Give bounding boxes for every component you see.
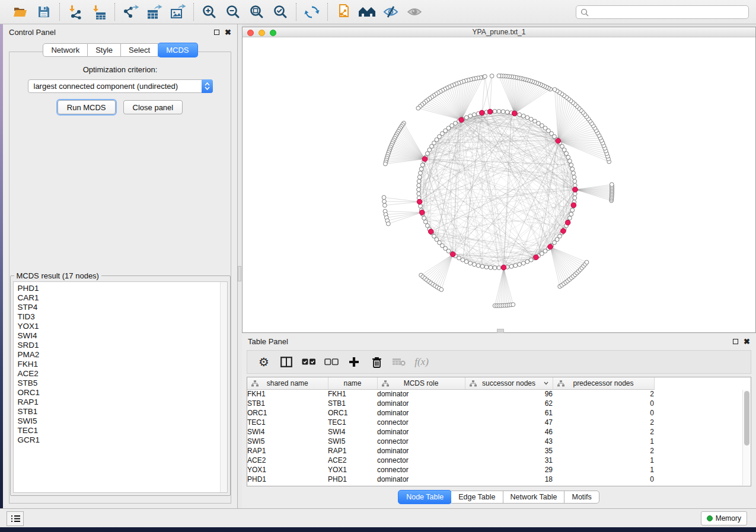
mcds-hub-node[interactable]: [548, 244, 553, 249]
cell-mcds_role[interactable]: dominator: [377, 408, 465, 418]
network-window-titlebar[interactable]: YPA_prune.txt_1: [243, 27, 755, 37]
export-network-button[interactable]: [120, 2, 141, 21]
close-panel-icon[interactable]: ✖: [225, 30, 231, 35]
mcds-result-item[interactable]: RAP1: [14, 398, 227, 407]
cell-successor_nodes[interactable]: 35: [465, 446, 553, 456]
cell-shared_name[interactable]: TEC1: [247, 418, 328, 427]
table-row[interactable]: SWI4SWI4dominator462: [247, 427, 654, 437]
tab-node-table[interactable]: Node Table: [398, 490, 452, 504]
tab-mcds[interactable]: MCDS: [158, 43, 197, 57]
cell-name[interactable]: SWI5: [328, 437, 377, 446]
cell-successor_nodes[interactable]: 29: [465, 465, 553, 475]
mcds-result-item[interactable]: PMA2: [14, 350, 227, 360]
cell-shared_name[interactable]: SWI5: [247, 437, 328, 446]
graph-node[interactable]: [489, 265, 493, 270]
graph-node[interactable]: [518, 113, 522, 117]
graph-leaf-node[interactable]: [387, 222, 391, 226]
cell-successor_nodes[interactable]: 47: [465, 418, 553, 427]
first-neighbors-button[interactable]: [357, 2, 377, 21]
zoom-fit-button[interactable]: [247, 2, 267, 21]
import-network-button[interactable]: [65, 2, 85, 21]
clone-network-button[interactable]: [333, 2, 353, 21]
graph-node[interactable]: [476, 264, 480, 268]
zoom-in-button[interactable]: [199, 2, 219, 21]
table-row[interactable]: STB1STB1dominator620: [247, 399, 654, 408]
tab-network[interactable]: Network: [43, 43, 88, 57]
cell-predecessor_nodes[interactable]: 2: [553, 418, 654, 427]
vertical-splitter[interactable]: [238, 24, 242, 508]
cell-predecessor_nodes[interactable]: 0: [553, 475, 654, 484]
cell-shared_name[interactable]: ACE2: [247, 456, 328, 465]
mcds-hub-node[interactable]: [451, 252, 456, 257]
graph-node[interactable]: [568, 159, 572, 164]
close-panel-icon[interactable]: ✖: [744, 339, 750, 344]
cell-predecessor_nodes[interactable]: 1: [553, 465, 654, 475]
graph-node[interactable]: [422, 216, 426, 220]
network-graph[interactable]: [243, 37, 755, 332]
column-header-MCDS-role[interactable]: MCDS role: [377, 377, 465, 389]
mcds-result-item[interactable]: SWI5: [14, 416, 227, 426]
show-columns-button[interactable]: [301, 354, 317, 370]
mcds-result-item[interactable]: ORC1: [14, 388, 227, 398]
graph-node[interactable]: [464, 259, 468, 264]
mcds-hub-node[interactable]: [561, 229, 566, 234]
cell-shared_name[interactable]: PHD1: [247, 475, 328, 484]
open-file-button[interactable]: [10, 2, 30, 21]
add-column-button[interactable]: [346, 354, 362, 370]
column-header-predecessor-nodes[interactable]: predecessor nodes: [553, 377, 654, 389]
graph-node[interactable]: [420, 163, 425, 167]
graph-node[interactable]: [468, 114, 473, 118]
mcds-result-item[interactable]: ACE2: [14, 369, 227, 379]
mcds-hub-node[interactable]: [417, 199, 422, 204]
cell-name[interactable]: RAP1: [328, 446, 377, 456]
cell-shared_name[interactable]: RAP1: [247, 446, 328, 456]
column-header-successor-nodes[interactable]: successor nodes: [465, 377, 553, 389]
graph-node[interactable]: [533, 119, 537, 123]
graph-leaf-node[interactable]: [483, 75, 487, 79]
float-window-icon[interactable]: [733, 339, 738, 344]
cell-mcds_role[interactable]: connector: [377, 437, 465, 446]
tab-edge-table[interactable]: Edge Table: [451, 491, 503, 504]
cell-shared_name[interactable]: ORC1: [247, 408, 328, 418]
zoom-selected-button[interactable]: [270, 2, 291, 21]
graph-node[interactable]: [521, 261, 525, 265]
mcds-hub-node[interactable]: [573, 187, 578, 193]
maximize-window-icon[interactable]: [270, 30, 276, 36]
apply-layout-button[interactable]: [302, 2, 322, 21]
zoom-out-button[interactable]: [223, 2, 243, 21]
hide-selected-button[interactable]: [381, 2, 401, 21]
cell-mcds_role[interactable]: dominator: [377, 475, 465, 484]
column-header-shared-name[interactable]: shared name: [247, 377, 328, 389]
search-input[interactable]: [589, 6, 748, 18]
graph-node[interactable]: [473, 113, 477, 117]
cell-mcds_role[interactable]: connector: [377, 456, 465, 465]
mcds-result-item[interactable]: GCR1: [14, 435, 227, 445]
mcds-hub-node[interactable]: [512, 111, 517, 116]
table-row[interactable]: RAP1RAP1dominator352: [247, 446, 654, 456]
criterion-dropdown[interactable]: largest connected component (undirected): [28, 79, 213, 93]
cell-name[interactable]: FKH1: [328, 389, 377, 399]
mcds-hub-node[interactable]: [501, 265, 506, 270]
table-row[interactable]: FKH1FKH1dominator962: [247, 389, 654, 399]
cell-predecessor_nodes[interactable]: 0: [553, 399, 654, 408]
mcds-result-item[interactable]: STB1: [14, 407, 227, 416]
graph-leaf-node[interactable]: [439, 287, 444, 291]
tab-style[interactable]: Style: [88, 43, 121, 57]
graph-node[interactable]: [572, 175, 576, 180]
graph-leaf-node[interactable]: [511, 303, 515, 307]
table-row[interactable]: SWI5SWI5connector431: [247, 437, 654, 446]
mcds-result-item[interactable]: TEC1: [14, 426, 227, 435]
graph-node[interactable]: [525, 259, 529, 264]
graph-node[interactable]: [573, 196, 577, 200]
cell-shared_name[interactable]: FKH1: [247, 389, 328, 399]
graph-node[interactable]: [569, 212, 573, 216]
cell-successor_nodes[interactable]: 18: [465, 475, 553, 484]
mcds-result-item[interactable]: CAR1: [14, 293, 227, 303]
graph-node[interactable]: [461, 258, 465, 262]
graph-node[interactable]: [513, 264, 518, 268]
mcds-hub-node[interactable]: [480, 110, 485, 116]
network-canvas[interactable]: [243, 37, 755, 332]
graph-node[interactable]: [468, 261, 473, 265]
table-row[interactable]: TEC1TEC1connector472: [247, 418, 654, 427]
graph-node[interactable]: [509, 264, 513, 268]
